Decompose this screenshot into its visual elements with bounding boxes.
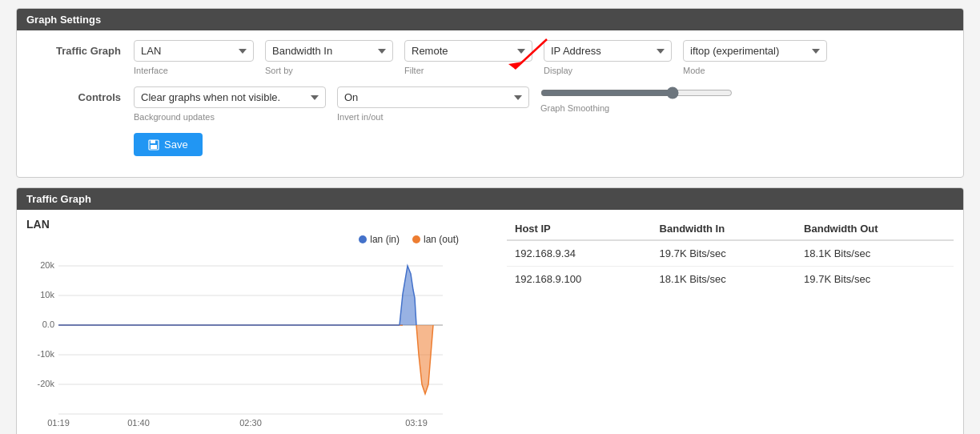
table-header: Host IP Bandwidth In Bandwidth Out <box>507 218 954 240</box>
data-table-area: Host IP Bandwidth In Bandwidth Out 192.1… <box>507 218 954 434</box>
svg-text:20k: 20k <box>40 260 54 270</box>
svg-rect-4 <box>151 145 157 149</box>
filter-sublabel: Filter <box>404 66 532 75</box>
sortby-sublabel: Sort by <box>265 66 393 75</box>
graph-settings-panel: Graph Settings Traffic Graph LAN WAN All <box>16 8 964 178</box>
traffic-graph-header: Traffic Graph <box>17 188 963 210</box>
traffic-graph-label: Traffic Graph <box>30 40 134 57</box>
legend-dot-in <box>359 235 367 243</box>
save-icon <box>148 139 159 151</box>
filter-field-group: Remote Local All Filter <box>404 40 532 75</box>
mode-field-group: iftop (experimental) vnstat Mode <box>683 40 827 75</box>
chart-title: LAN <box>26 218 491 231</box>
bg-updates-sublabel: Background updates <box>134 112 326 122</box>
sortby-select[interactable]: Bandwidth In Bandwidth Out <box>265 40 393 62</box>
cell-bandwidth-in: 19.7K Bits/sec <box>652 240 797 267</box>
cell-bandwidth-out: 19.7K Bits/sec <box>796 267 954 292</box>
bg-updates-field-group: Clear graphs when not visible. Keep upda… <box>134 86 326 122</box>
svg-text:-20k: -20k <box>38 379 55 388</box>
graph-settings-header: Graph Settings <box>17 9 963 30</box>
traffic-graph-title: Traffic Graph <box>26 193 91 205</box>
cell-host-ip: 192.168.9.100 <box>507 267 652 292</box>
sortby-field-group: Bandwidth In Bandwidth Out Sort by <box>265 40 393 75</box>
cell-bandwidth-in: 18.1K Bits/sec <box>652 267 797 292</box>
bg-updates-select[interactable]: Clear graphs when not visible. Keep upda… <box>134 86 326 108</box>
col-bandwidth-in: Bandwidth In <box>652 218 797 240</box>
table-header-row: Host IP Bandwidth In Bandwidth Out <box>507 218 954 240</box>
legend-dot-out <box>412 235 420 243</box>
smoothing-slider[interactable] <box>540 86 733 99</box>
traffic-chart-svg: 20k 10k 0.0 -10k -20k <box>26 250 475 434</box>
svg-text:01:40: 01:40 <box>127 418 150 428</box>
svg-text:03:19: 03:19 <box>405 418 428 428</box>
display-sublabel: Display <box>544 66 672 75</box>
display-field-group: IP Address Hostname Display <box>544 40 672 75</box>
traffic-graph-fields: LAN WAN All Interface Bandwidth In Bandw… <box>134 40 827 75</box>
invert-select[interactable]: On Off <box>337 86 529 108</box>
smoothing-group: Graph Smoothing <box>540 86 733 122</box>
save-button-label: Save <box>164 139 188 151</box>
controls-row: Controls Clear graphs when not visible. … <box>30 86 950 122</box>
controls-fields: Clear graphs when not visible. Keep upda… <box>134 86 733 122</box>
traffic-graph-panel: Traffic Graph LAN lan (in) lan (out) <box>16 187 964 434</box>
col-bandwidth-out: Bandwidth Out <box>796 218 954 240</box>
interface-field-group: LAN WAN All Interface <box>134 40 254 75</box>
chart-legend: lan (in) lan (out) <box>26 234 491 245</box>
legend-item-in: lan (in) <box>359 234 400 245</box>
chart-area: LAN lan (in) lan (out) <box>26 218 491 434</box>
smoothing-sublabel: Graph Smoothing <box>540 103 733 113</box>
svg-text:01:19: 01:19 <box>47 418 70 428</box>
filter-select[interactable]: Remote Local All <box>404 40 532 62</box>
controls-label: Controls <box>30 86 134 103</box>
col-host-ip: Host IP <box>507 218 652 240</box>
invert-field-group: On Off Invert in/out <box>337 86 529 122</box>
svg-text:0.0: 0.0 <box>42 319 54 329</box>
bandwidth-table: Host IP Bandwidth In Bandwidth Out 192.1… <box>507 218 954 291</box>
graph-settings-body: Traffic Graph LAN WAN All Interface <box>17 30 963 177</box>
table-body: 192.168.9.34 19.7K Bits/sec 18.1K Bits/s… <box>507 240 954 291</box>
legend-item-out: lan (out) <box>412 234 459 245</box>
mode-select[interactable]: iftop (experimental) vnstat <box>683 40 827 62</box>
cell-bandwidth-out: 18.1K Bits/sec <box>796 240 954 267</box>
svg-text:02:30: 02:30 <box>239 418 262 428</box>
svg-rect-3 <box>151 140 155 143</box>
svg-text:-10k: -10k <box>38 349 55 359</box>
interface-sublabel: Interface <box>134 66 254 75</box>
traffic-graph-row: Traffic Graph LAN WAN All Interface <box>30 40 950 75</box>
svg-text:10k: 10k <box>40 290 54 299</box>
graph-settings-title: Graph Settings <box>26 14 101 26</box>
legend-label-in: lan (in) <box>370 234 400 245</box>
invert-sublabel: Invert in/out <box>337 112 529 122</box>
traffic-content: LAN lan (in) lan (out) <box>17 210 963 434</box>
mode-sublabel: Mode <box>683 66 827 75</box>
interface-select[interactable]: LAN WAN All <box>134 40 254 62</box>
chart-svg-wrapper: 20k 10k 0.0 -10k -20k <box>26 250 491 434</box>
page-wrapper: Graph Settings Traffic Graph LAN WAN All <box>0 0 980 434</box>
legend-label-out: lan (out) <box>424 234 459 245</box>
table-row: 192.168.9.100 18.1K Bits/sec 19.7K Bits/… <box>507 267 954 292</box>
cell-host-ip: 192.168.9.34 <box>507 240 652 267</box>
display-select[interactable]: IP Address Hostname <box>544 40 672 62</box>
save-button[interactable]: Save <box>134 133 203 156</box>
table-row: 192.168.9.34 19.7K Bits/sec 18.1K Bits/s… <box>507 240 954 267</box>
